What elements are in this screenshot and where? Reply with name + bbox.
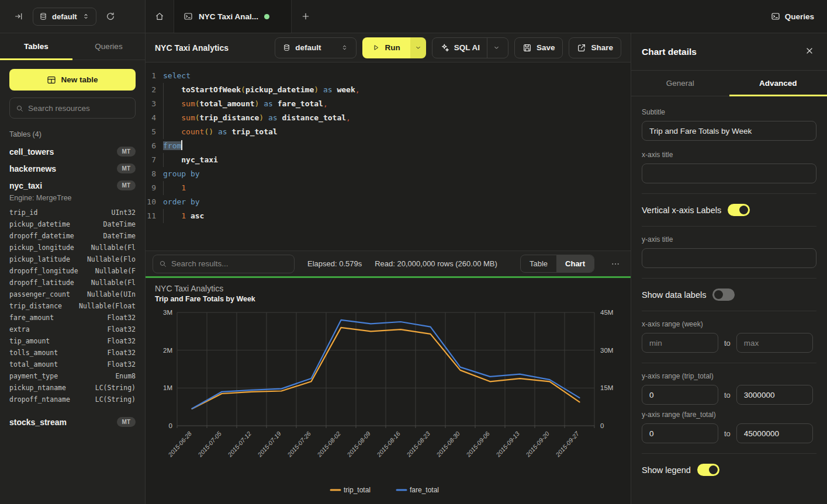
y-range-trip-min-input[interactable] [642,385,718,405]
column-row[interactable]: trip_id UInt32 [9,207,136,218]
y-range-trip-max-input[interactable] [736,385,813,405]
x-axis-label: 2015-08-23 [404,430,431,458]
more-options-button[interactable] [607,256,624,272]
table-row[interactable]: stocks_stream MT [9,413,136,430]
column-name: payment_type [9,370,58,382]
line-number: 4 [146,111,163,125]
home-tab-button[interactable] [146,0,174,33]
save-button[interactable]: Save [514,37,563,58]
x-range-row: to [642,333,816,353]
topbar-database-selector[interactable]: default [33,8,96,26]
column-row[interactable]: total_amount Float32 [9,359,136,370]
play-icon [372,44,380,51]
x-axis-label: 2015-09-13 [494,430,521,458]
tab-general-label: General [666,79,694,88]
y-axis-title-field: y-axis title [642,235,816,268]
x-range-max-input[interactable] [736,333,813,353]
new-table-button[interactable]: New table [9,69,136,91]
column-row[interactable]: tolls_amount Float32 [9,347,136,359]
x-range-min-input[interactable] [642,333,718,353]
data-labels-toggle[interactable] [712,289,735,301]
tab-tables[interactable]: Tables [0,33,72,60]
tab-general[interactable]: General [631,71,729,96]
subtitle-input[interactable] [642,121,816,141]
chevrons-updown-icon [82,12,90,20]
column-row[interactable]: tip_amount Float32 [9,335,136,347]
sql-line: 8group by [146,167,631,181]
left-axis-tick: 1M [163,384,172,391]
y-range-fare-row: to [642,423,816,443]
x-axis-label: 2015-09-06 [464,430,491,458]
new-tab-button[interactable] [292,0,320,33]
sparkles-icon [440,43,449,53]
right-axis-tick: 30M [600,347,613,354]
column-row[interactable]: fare_amount Float32 [9,312,136,324]
search-results-input[interactable] [171,259,288,268]
new-table-label: New table [61,75,98,84]
y-range-fare-max-input[interactable] [736,423,813,443]
table-row[interactable]: hackernews MT [9,160,136,177]
vertical-labels-toggle[interactable] [728,204,750,216]
view-table-button[interactable]: Table [521,255,556,272]
column-row[interactable]: dropoff_latitude Nullable(Fl [9,277,136,289]
collapse-sidebar-icon [14,12,23,21]
share-label: Share [591,43,613,52]
query-tab-nyc-taxi[interactable]: NYC Taxi Anal... [174,0,292,33]
line-number: 6 [146,139,163,153]
column-row[interactable]: pickup_longitude Nullable(Fl [9,242,136,253]
x-axis-label: 2015-08-16 [375,430,402,458]
collapse-sidebar-button[interactable] [11,8,27,25]
legend-trip_total[interactable]: trip_total [344,486,371,494]
column-row[interactable]: payment_type Enum8 [9,370,136,382]
line-number: 8 [146,167,163,181]
view-chart-button[interactable]: Chart [556,255,594,272]
show-legend-toggle[interactable] [697,464,719,476]
x-axis-title-input[interactable] [642,164,816,183]
column-name: dropoff_longitude [9,265,78,277]
y-range-fare-min-input[interactable] [642,423,718,443]
column-type: LC(String) [95,394,136,405]
column-row[interactable]: dropoff_datetime DateTime [9,230,136,242]
editor-database-selector[interactable]: default [275,37,357,58]
vertical-labels-label: Vertical x-axis Labels [642,206,721,215]
search-resources-input[interactable] [28,104,129,113]
column-name: total_amount [9,359,58,370]
y-axis-title-input[interactable] [642,248,816,268]
sql-editor[interactable]: 1select2toStartOfWeek(pickup_datetime) a… [146,62,631,251]
chart-section: NYC Taxi Analytics Trip and Fare Totals … [146,278,631,504]
legend-fare_total[interactable]: fare_total [410,486,439,494]
run-options-button[interactable] [410,37,426,58]
left-axis-tick: 0 [169,422,172,429]
table-row[interactable]: cell_towers MT [9,143,136,160]
subtitle-label: Subtitle [642,108,816,116]
engine-badge: MT [117,180,136,190]
tab-queries[interactable]: Queries [72,33,145,60]
run-button[interactable]: Run [362,37,410,58]
column-row[interactable]: pickup_latitude Nullable(Flo [9,253,136,265]
column-row[interactable]: passenger_count Nullable(UIn [9,289,136,300]
top-bar: default NYC Taxi Anal... Queries [0,0,827,33]
column-name: passenger_count [9,289,70,300]
table-row[interactable]: nyc_taxi MT [9,177,136,194]
column-row[interactable]: pickup_ntaname LC(String) [9,382,136,394]
tab-advanced[interactable]: Advanced [729,71,827,96]
queries-button[interactable]: Queries [771,12,814,21]
panel-header: Chart details [631,33,827,71]
column-row[interactable]: extra Float32 [9,324,136,335]
sidebar-tabs: Tables Queries [0,33,145,60]
share-button[interactable]: Share [569,37,621,58]
column-row[interactable]: pickup_datetime DateTime [9,218,136,230]
column-row[interactable]: dropoff_ntaname LC(String) [9,394,136,405]
column-name: pickup_ntaname [9,382,66,394]
sql-ai-button[interactable]: SQL AI [432,37,508,58]
close-panel-button[interactable] [802,44,816,60]
sql-ai-options[interactable] [487,38,500,58]
column-type: Float32 [108,359,136,370]
plus-icon [301,12,310,21]
divider [642,193,816,194]
column-row[interactable]: trip_distance Nullable(Float [9,300,136,312]
column-row[interactable]: dropoff_longitude Nullable(F [9,265,136,277]
search-icon [16,105,23,112]
x-axis-label: 2015-08-30 [434,430,461,458]
refresh-button[interactable] [102,8,119,25]
